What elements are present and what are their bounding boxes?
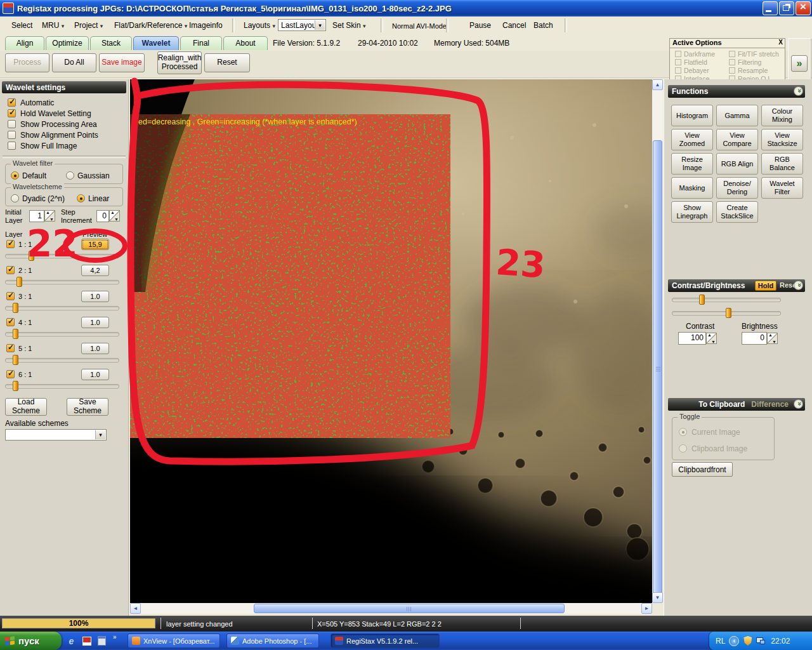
- contrast-slider-thumb[interactable]: [699, 295, 705, 305]
- language-indicator[interactable]: RL: [716, 637, 725, 646]
- contrast-slider[interactable]: [672, 298, 781, 302]
- layer3-checkbox[interactable]: [6, 292, 15, 300]
- scroll-down-icon[interactable]: ▼: [652, 592, 663, 603]
- menu-set-skin[interactable]: Set Skin: [330, 20, 369, 34]
- do-all-button[interactable]: Do All: [52, 53, 96, 72]
- current-image-radio[interactable]: [679, 428, 687, 436]
- task-photoshop[interactable]: Adobe Photoshop - [...: [226, 633, 319, 648]
- image-viewport[interactable]: Red=decreasing , Green=increasing (*when…: [130, 79, 652, 603]
- gamma-button[interactable]: Gamma: [716, 105, 758, 126]
- layer4-slider[interactable]: [5, 332, 119, 336]
- rgb-align-button[interactable]: RGB Align: [716, 153, 758, 175]
- brightness-field[interactable]: 0: [742, 332, 767, 345]
- internet-explorer-icon[interactable]: e: [66, 635, 77, 646]
- show-linegraph-button[interactable]: Show Linegraph: [671, 201, 713, 223]
- brightness-slider-thumb[interactable]: [726, 308, 731, 318]
- layout-select[interactable]: LastLayout ▾: [278, 19, 326, 31]
- collapse-functions-icon[interactable]: [794, 86, 803, 96]
- restore-button[interactable]: [779, 1, 794, 15]
- quick-launch-more-icon[interactable]: »: [113, 633, 117, 640]
- layer4-preview-value[interactable]: 1.0: [81, 317, 109, 328]
- disk-icon[interactable]: [81, 635, 92, 646]
- collapse-contrast-icon[interactable]: [794, 281, 803, 290]
- minimize-button[interactable]: [763, 1, 778, 15]
- reset-button[interactable]: Reset: [204, 53, 250, 72]
- layer5-preview-value[interactable]: 1.0: [81, 343, 109, 354]
- colour-mixing-button[interactable]: Colour Mixing: [761, 105, 803, 126]
- layer6-preview-value[interactable]: 1.0: [81, 369, 109, 380]
- tray-collapse-icon[interactable]: ‹: [729, 636, 739, 646]
- brightness-spinner[interactable]: [767, 333, 778, 344]
- tab-about[interactable]: About: [223, 36, 268, 50]
- layer2-slider-thumb[interactable]: [16, 277, 22, 287]
- clipboard-image-radio[interactable]: [679, 444, 687, 453]
- scroll-up-icon[interactable]: ▲: [652, 79, 663, 90]
- network-icon[interactable]: [756, 637, 765, 644]
- option-resample[interactable]: Resample: [729, 67, 768, 74]
- option-flatfield[interactable]: Flatfield: [675, 58, 707, 66]
- layer3-slider-thumb[interactable]: [13, 303, 18, 313]
- contrast-spinner[interactable]: [706, 333, 717, 344]
- view-zoomed-button[interactable]: View Zoomed: [671, 129, 713, 150]
- tab-align[interactable]: Align: [5, 36, 44, 50]
- option-filtering[interactable]: Filtering: [729, 58, 761, 66]
- scheme-dyadic-radio[interactable]: [11, 194, 19, 202]
- layer6-slider[interactable]: [5, 384, 119, 388]
- tab-optimize[interactable]: Optimize: [46, 36, 89, 50]
- layer6-checkbox[interactable]: [6, 370, 15, 378]
- option-debayer[interactable]: Debayer: [675, 67, 709, 74]
- menu-project[interactable]: Project: [72, 20, 105, 34]
- layer5-slider-thumb[interactable]: [13, 355, 18, 365]
- automatic-checkbox[interactable]: [8, 98, 16, 107]
- chevron-down-icon[interactable]: ▾: [315, 20, 325, 30]
- layer2-slider[interactable]: [5, 280, 119, 284]
- view-stacksize-button[interactable]: View Stacksize: [761, 129, 803, 150]
- hold-button[interactable]: Hold: [755, 281, 776, 291]
- option-fit-tif-stretch[interactable]: Fit/TIF stretch: [729, 50, 779, 58]
- calculator-icon[interactable]: [96, 635, 107, 646]
- denoise-dering-button[interactable]: Denoise/ Dering: [716, 177, 758, 199]
- menu-select[interactable]: Select: [9, 20, 35, 34]
- collapse-clipboard-icon[interactable]: [794, 399, 803, 409]
- step-increment-field[interactable]: 0: [96, 210, 109, 222]
- tab-final[interactable]: Final: [180, 36, 222, 50]
- contrast-field[interactable]: 100: [678, 332, 706, 345]
- create-stackslice-button[interactable]: Create StackSlice: [716, 201, 758, 223]
- chevron-down-icon[interactable]: ▾: [95, 430, 105, 439]
- menu-imageinfo[interactable]: Imageinfo: [187, 20, 225, 34]
- layer3-preview-value[interactable]: 1.0: [81, 291, 109, 302]
- layer3-slider[interactable]: [5, 306, 119, 310]
- layer5-checkbox[interactable]: [6, 344, 15, 352]
- vertical-scrollbar[interactable]: ▲ ▼: [652, 79, 663, 603]
- menu-cancel[interactable]: Cancel: [500, 20, 528, 34]
- option-darkframe[interactable]: Darkframe: [675, 50, 715, 58]
- view-compare-button[interactable]: View Compare: [716, 129, 758, 150]
- hold-wavelet-setting-checkbox[interactable]: [8, 109, 16, 117]
- initial-layer-field[interactable]: 1: [29, 210, 44, 222]
- wavelet-filter-button[interactable]: Wavelet Filter: [761, 177, 803, 199]
- layer1-checkbox[interactable]: [6, 240, 15, 248]
- show-processing-area-checkbox[interactable]: [8, 120, 16, 128]
- menu-batch[interactable]: Batch: [531, 20, 556, 34]
- save-image-button[interactable]: Save image: [99, 53, 145, 72]
- available-schemes-dropdown[interactable]: ▾: [5, 429, 107, 441]
- tab-wavelet[interactable]: Wavelet: [133, 36, 179, 50]
- expand-panel-button[interactable]: [791, 55, 808, 72]
- tab-stack[interactable]: Stack: [90, 36, 132, 50]
- layer2-checkbox[interactable]: [6, 266, 15, 274]
- load-scheme-button[interactable]: Load Scheme: [5, 398, 47, 416]
- layer1-slider[interactable]: [5, 254, 119, 258]
- resize-image-button[interactable]: Resize Image: [671, 153, 713, 175]
- rgb-balance-button[interactable]: RGB Balance: [761, 153, 803, 175]
- start-button[interactable]: пуск: [0, 632, 62, 650]
- scroll-right-icon[interactable]: ►: [641, 603, 652, 614]
- security-shield-icon[interactable]: [743, 636, 752, 646]
- show-alignment-points-checkbox[interactable]: [8, 131, 16, 139]
- menu-mru[interactable]: MRU: [39, 20, 67, 34]
- close-icon[interactable]: X: [778, 39, 783, 46]
- layer5-slider[interactable]: [5, 358, 119, 362]
- vertical-scrollbar-thumb[interactable]: [653, 140, 662, 599]
- histogram-button[interactable]: Histogram: [671, 105, 713, 126]
- difference-label[interactable]: Difference: [751, 400, 789, 409]
- save-scheme-button[interactable]: Save Scheme: [67, 398, 108, 416]
